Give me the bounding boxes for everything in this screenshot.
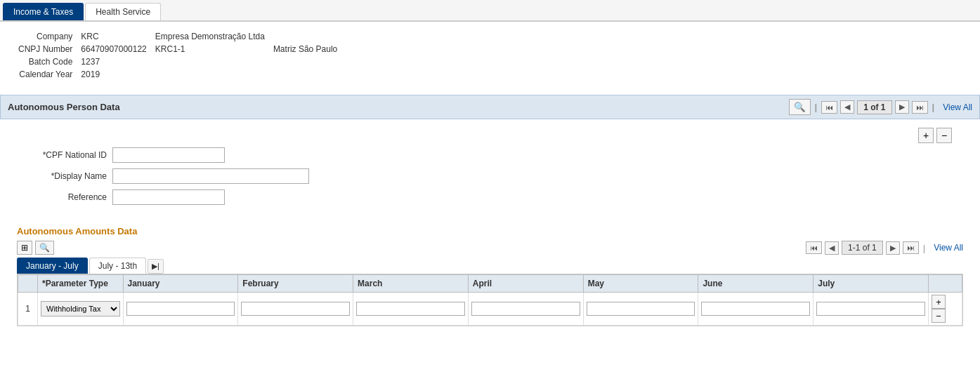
th-num <box>18 275 38 293</box>
autonomous-person-prev-btn[interactable]: ◀ <box>840 100 854 114</box>
cnpj-label: CNPJ Number <box>14 43 77 55</box>
february-input[interactable] <box>241 302 350 316</box>
cpf-label: *CPF National ID <box>14 150 112 160</box>
autonomous-person-last-btn[interactable]: ⏭ <box>912 101 928 114</box>
tab-income-taxes[interactable]: Income & Taxes <box>3 3 84 20</box>
amounts-prev-btn[interactable]: ◀ <box>825 241 839 255</box>
autonomous-person-controls: 🔍 | ⏮ ◀ 1 of 1 ▶ ⏭ | View All <box>789 99 972 115</box>
header-info: Company KRC Empresa Demonstração Ltda CN… <box>0 22 980 89</box>
table-header-row: *Parameter Type January February March A… <box>18 275 962 293</box>
form-add-btn[interactable]: + <box>918 128 934 143</box>
param-type-select[interactable]: Withholding Tax <box>41 301 120 316</box>
sub-tabs: January - July July - 13th ▶| <box>3 258 977 274</box>
company-label: Company <box>14 30 77 43</box>
march-cell <box>353 293 469 326</box>
april-cell <box>468 293 583 326</box>
autonomous-person-next-btn[interactable]: ▶ <box>895 100 909 114</box>
july-cell <box>814 293 929 326</box>
autonomous-amounts-title: Autonomous Amounts Data <box>3 223 977 239</box>
autonomous-person-section-bar: Autonomous Person Data 🔍 | ⏮ ◀ 1 of 1 ▶ … <box>0 95 980 119</box>
amounts-grid-btn[interactable]: ⊞ <box>17 241 32 255</box>
matriz-value: Matriz São Paulo <box>269 43 341 55</box>
march-input[interactable] <box>356 302 465 316</box>
reference-row: Reference <box>14 189 966 205</box>
calendar-label: Calendar Year <box>14 68 77 81</box>
january-input[interactable] <box>126 302 235 316</box>
amounts-table: *Parameter Type January February March A… <box>18 274 962 326</box>
sub-tab-july-13th[interactable]: July - 13th <box>89 258 146 274</box>
cpf-row: *CPF National ID <box>14 147 966 163</box>
th-actions <box>929 275 962 293</box>
th-param-type: *Parameter Type <box>38 275 124 293</box>
autonomous-person-page-indicator: 1 of 1 <box>857 100 891 114</box>
param-type-cell: Withholding Tax <box>38 293 124 326</box>
th-january: January <box>123 275 238 293</box>
amounts-toolbar-right: ⏮ ◀ 1-1 of 1 ▶ ⏭ | View All <box>806 241 963 255</box>
autonomous-person-title: Autonomous Person Data <box>8 102 120 112</box>
row-num: 1 <box>18 293 38 326</box>
reference-label: Reference <box>14 192 112 202</box>
amounts-page-indicator: 1-1 of 1 <box>842 241 883 255</box>
th-june: June <box>698 275 814 293</box>
display-name-row: *Display Name <box>14 168 966 184</box>
company-name: Empresa Demonstração Ltda <box>151 30 269 43</box>
amounts-last-btn[interactable]: ⏭ <box>903 241 919 254</box>
amounts-table-wrapper: *Parameter Type January February March A… <box>17 274 963 326</box>
sub-tab-january-july[interactable]: January - July <box>17 258 88 274</box>
th-march: March <box>353 275 469 293</box>
th-april: April <box>468 275 583 293</box>
amounts-toolbar: ⊞ 🔍 ⏮ ◀ 1-1 of 1 ▶ ⏭ | View All <box>3 239 977 258</box>
param-select-wrap: Withholding Tax <box>41 301 120 316</box>
amounts-first-btn[interactable]: ⏮ <box>806 241 822 254</box>
cnpj-value: 66470907000122 <box>77 43 150 55</box>
calendar-value: 2019 <box>77 68 150 81</box>
krc-value: KRC1-1 <box>151 43 269 55</box>
june-input[interactable] <box>701 302 810 316</box>
th-february: February <box>238 275 353 293</box>
display-name-label: *Display Name <box>14 171 112 181</box>
may-cell <box>583 293 698 326</box>
pipe-sep-1: | <box>814 102 819 112</box>
amounts-next-btn[interactable]: ▶ <box>886 241 900 255</box>
form-remove-btn[interactable]: − <box>936 128 952 143</box>
april-input[interactable] <box>471 302 580 316</box>
february-cell <box>238 293 353 326</box>
form-area: + − *CPF National ID *Display Name Refer… <box>0 119 980 219</box>
autonomous-person-first-btn[interactable]: ⏮ <box>821 101 837 114</box>
top-tabs-bar: Income & Taxes Health Service <box>0 0 980 22</box>
th-may: May <box>583 275 698 293</box>
tab-health-service[interactable]: Health Service <box>85 3 161 20</box>
row-remove-btn[interactable]: − <box>932 309 946 323</box>
sub-tab-more-btn[interactable]: ▶| <box>148 259 164 274</box>
company-code: KRC <box>77 30 150 43</box>
june-cell <box>698 293 814 326</box>
th-july: July <box>814 275 929 293</box>
autonomous-amounts-section: Autonomous Amounts Data ⊞ 🔍 ⏮ ◀ 1-1 of 1… <box>0 223 980 326</box>
autonomous-person-view-all[interactable]: View All <box>943 102 972 112</box>
reference-input[interactable] <box>112 189 225 205</box>
table-row: 1 Withholding Tax <box>18 293 962 326</box>
form-plus-minus: + − <box>14 128 966 143</box>
amounts-search-btn[interactable]: 🔍 <box>35 241 54 255</box>
pipe-sep-2: | <box>931 102 936 112</box>
row-add-btn[interactable]: + <box>932 295 946 309</box>
display-name-input[interactable] <box>112 168 309 184</box>
may-input[interactable] <box>587 302 695 316</box>
batch-value: 1237 <box>77 55 150 68</box>
july-input[interactable] <box>816 302 925 316</box>
cpf-input[interactable] <box>112 147 225 163</box>
january-cell <box>123 293 238 326</box>
batch-label: Batch Code <box>14 55 77 68</box>
pipe-sep-3: | <box>922 243 927 253</box>
row-actions-cell: + − <box>929 293 962 326</box>
amounts-view-all[interactable]: View All <box>934 243 963 253</box>
amounts-toolbar-left: ⊞ 🔍 <box>17 241 54 255</box>
autonomous-person-search-btn[interactable]: 🔍 <box>789 99 811 115</box>
